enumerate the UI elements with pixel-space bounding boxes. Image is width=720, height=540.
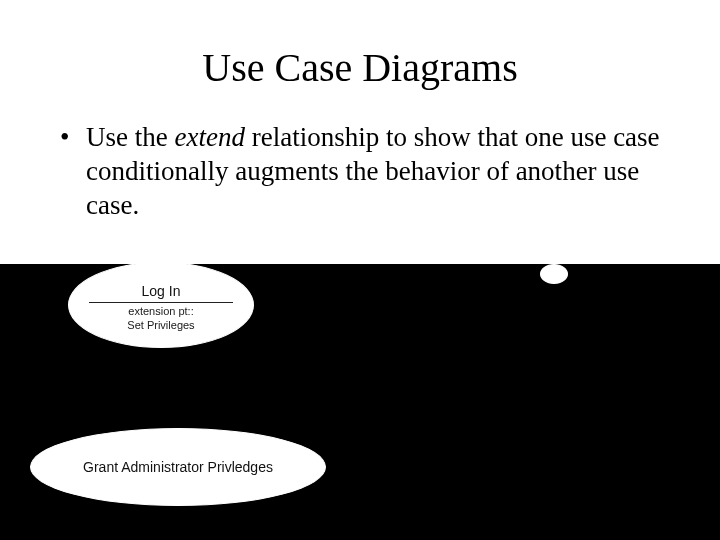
- use-case-login-divider: [89, 302, 233, 303]
- slide-title: Use Case Diagrams: [0, 0, 720, 91]
- use-case-grant-ellipse: Grant Administrator Privledges: [30, 428, 326, 506]
- slide: Use Case Diagrams • Use the extend relat…: [0, 0, 720, 540]
- use-case-small-ellipse: [540, 264, 568, 284]
- bullet-item: • Use the extend relationship to show th…: [60, 121, 660, 222]
- use-case-grant-label: Grant Administrator Privledges: [31, 459, 325, 475]
- use-case-login-title: Log In: [142, 277, 181, 299]
- bullet-text-em: extend: [174, 122, 244, 152]
- bullet-text: Use the extend relationship to show that…: [86, 121, 660, 222]
- use-case-login-ellipse: Log In extension pt:: Set Privileges: [68, 262, 254, 348]
- bullet-list: • Use the extend relationship to show th…: [0, 91, 720, 222]
- use-case-login-extension-line2: Set Privileges: [127, 319, 194, 333]
- bullet-marker: •: [60, 121, 86, 155]
- bullet-text-before: Use the: [86, 122, 174, 152]
- use-case-login-extension-line1: extension pt::: [128, 305, 193, 319]
